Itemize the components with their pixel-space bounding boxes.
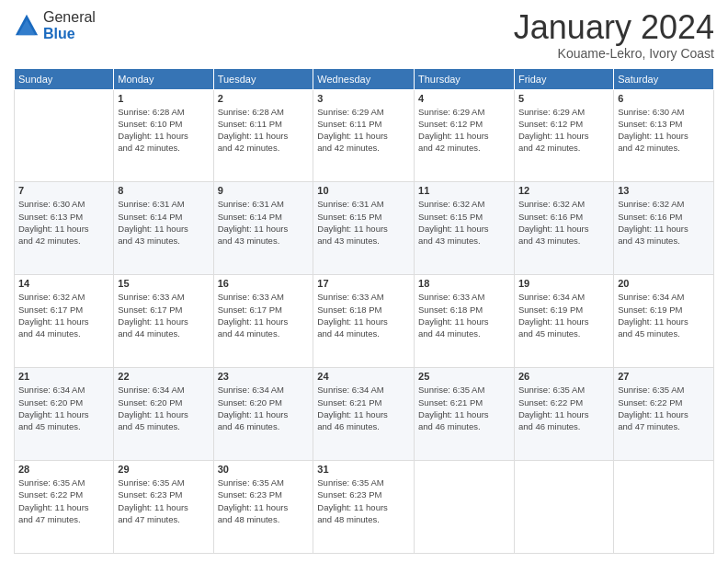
day-number: 9 — [218, 185, 310, 196]
day-number: 26 — [518, 371, 609, 382]
day-number: 25 — [418, 371, 510, 382]
calendar-week-4: 21Sunrise: 6:34 AMSunset: 6:20 PMDayligh… — [15, 368, 714, 461]
day-number: 18 — [418, 278, 510, 289]
calendar-cell: 10Sunrise: 6:31 AMSunset: 6:15 PMDayligh… — [313, 182, 415, 275]
logo-blue-text: Blue — [43, 26, 96, 42]
calendar-week-1: 1Sunrise: 6:28 AMSunset: 6:10 PMDaylight… — [15, 89, 714, 182]
day-info: Sunrise: 6:30 AMSunset: 6:13 PMDaylight:… — [18, 198, 109, 247]
day-info: Sunrise: 6:28 AMSunset: 6:10 PMDaylight:… — [118, 106, 209, 155]
calendar-table: Sunday Monday Tuesday Wednesday Thursday… — [14, 68, 714, 554]
day-number: 14 — [18, 278, 109, 289]
logo-icon — [14, 13, 40, 39]
day-info: Sunrise: 6:35 AMSunset: 6:22 PMDaylight:… — [618, 384, 710, 432]
header-wednesday: Wednesday — [313, 68, 415, 89]
calendar-cell: 18Sunrise: 6:33 AMSunset: 6:18 PMDayligh… — [415, 275, 515, 368]
day-info: Sunrise: 6:33 AMSunset: 6:17 PMDaylight:… — [218, 291, 310, 339]
day-number: 17 — [317, 278, 410, 289]
calendar-cell: 19Sunrise: 6:34 AMSunset: 6:19 PMDayligh… — [514, 275, 613, 368]
calendar-cell: 5Sunrise: 6:29 AMSunset: 6:12 PMDaylight… — [514, 89, 613, 182]
calendar-cell: 14Sunrise: 6:32 AMSunset: 6:17 PMDayligh… — [15, 275, 114, 368]
calendar-cell: 8Sunrise: 6:31 AMSunset: 6:14 PMDaylight… — [114, 182, 213, 275]
calendar-cell: 7Sunrise: 6:30 AMSunset: 6:13 PMDaylight… — [15, 182, 114, 275]
calendar-cell: 13Sunrise: 6:32 AMSunset: 6:16 PMDayligh… — [614, 182, 714, 275]
day-info: Sunrise: 6:35 AMSunset: 6:23 PMDaylight:… — [218, 477, 310, 525]
header-tuesday: Tuesday — [213, 68, 313, 89]
day-info: Sunrise: 6:33 AMSunset: 6:18 PMDaylight:… — [317, 291, 410, 339]
day-info: Sunrise: 6:34 AMSunset: 6:20 PMDaylight:… — [218, 384, 310, 432]
calendar-cell — [514, 461, 613, 554]
calendar-cell: 4Sunrise: 6:29 AMSunset: 6:12 PMDaylight… — [415, 89, 515, 182]
calendar-week-5: 28Sunrise: 6:35 AMSunset: 6:22 PMDayligh… — [15, 461, 714, 554]
calendar-cell: 21Sunrise: 6:34 AMSunset: 6:20 PMDayligh… — [15, 368, 114, 461]
day-number: 19 — [518, 278, 609, 289]
logo: General Blue — [14, 9, 96, 41]
day-info: Sunrise: 6:33 AMSunset: 6:18 PMDaylight:… — [418, 291, 510, 339]
calendar-cell: 15Sunrise: 6:33 AMSunset: 6:17 PMDayligh… — [114, 275, 213, 368]
calendar-cell: 20Sunrise: 6:34 AMSunset: 6:19 PMDayligh… — [614, 275, 714, 368]
day-number: 5 — [518, 93, 609, 104]
day-info: Sunrise: 6:29 AMSunset: 6:11 PMDaylight:… — [317, 106, 410, 155]
day-number: 8 — [118, 185, 209, 196]
day-info: Sunrise: 6:35 AMSunset: 6:23 PMDaylight:… — [317, 477, 410, 525]
header-friday: Friday — [514, 68, 613, 89]
calendar-cell: 23Sunrise: 6:34 AMSunset: 6:20 PMDayligh… — [213, 368, 313, 461]
day-number: 11 — [418, 185, 510, 196]
calendar-cell — [614, 461, 714, 554]
day-info: Sunrise: 6:35 AMSunset: 6:22 PMDaylight:… — [518, 384, 609, 432]
day-info: Sunrise: 6:33 AMSunset: 6:17 PMDaylight:… — [118, 291, 209, 339]
calendar-cell: 28Sunrise: 6:35 AMSunset: 6:22 PMDayligh… — [15, 461, 114, 554]
header-saturday: Saturday — [614, 68, 714, 89]
day-info: Sunrise: 6:34 AMSunset: 6:20 PMDaylight:… — [118, 384, 209, 432]
day-number: 23 — [218, 371, 310, 382]
calendar-cell: 6Sunrise: 6:30 AMSunset: 6:13 PMDaylight… — [614, 89, 714, 182]
day-number: 22 — [118, 371, 209, 382]
calendar-cell — [415, 461, 515, 554]
calendar-week-2: 7Sunrise: 6:30 AMSunset: 6:13 PMDaylight… — [15, 182, 714, 275]
day-number: 15 — [118, 278, 209, 289]
day-info: Sunrise: 6:32 AMSunset: 6:17 PMDaylight:… — [18, 291, 109, 339]
day-number: 16 — [218, 278, 310, 289]
day-info: Sunrise: 6:31 AMSunset: 6:15 PMDaylight:… — [317, 198, 410, 247]
location-subtitle: Kouame-Lekro, Ivory Coast — [514, 46, 714, 61]
calendar-cell: 3Sunrise: 6:29 AMSunset: 6:11 PMDaylight… — [313, 89, 415, 182]
day-info: Sunrise: 6:34 AMSunset: 6:19 PMDaylight:… — [618, 291, 710, 339]
day-number: 20 — [618, 278, 710, 289]
day-info: Sunrise: 6:31 AMSunset: 6:14 PMDaylight:… — [118, 198, 209, 247]
calendar-cell: 11Sunrise: 6:32 AMSunset: 6:15 PMDayligh… — [415, 182, 515, 275]
day-number: 28 — [18, 464, 109, 475]
calendar-cell: 25Sunrise: 6:35 AMSunset: 6:21 PMDayligh… — [415, 368, 515, 461]
day-number: 2 — [218, 93, 310, 104]
calendar-cell: 9Sunrise: 6:31 AMSunset: 6:14 PMDaylight… — [213, 182, 313, 275]
calendar-week-3: 14Sunrise: 6:32 AMSunset: 6:17 PMDayligh… — [15, 275, 714, 368]
month-title: January 2024 — [514, 9, 714, 46]
day-number: 31 — [317, 464, 410, 475]
day-number: 13 — [618, 185, 710, 196]
calendar-cell: 29Sunrise: 6:35 AMSunset: 6:23 PMDayligh… — [114, 461, 213, 554]
day-number: 10 — [317, 185, 410, 196]
day-number: 4 — [418, 93, 510, 104]
day-number: 12 — [518, 185, 609, 196]
header: General Blue January 2024 Kouame-Lekro, … — [14, 9, 714, 61]
day-info: Sunrise: 6:35 AMSunset: 6:23 PMDaylight:… — [118, 477, 209, 525]
day-info: Sunrise: 6:34 AMSunset: 6:20 PMDaylight:… — [18, 384, 109, 432]
calendar-cell: 12Sunrise: 6:32 AMSunset: 6:16 PMDayligh… — [514, 182, 613, 275]
day-number: 7 — [18, 185, 109, 196]
calendar-cell: 17Sunrise: 6:33 AMSunset: 6:18 PMDayligh… — [313, 275, 415, 368]
day-info: Sunrise: 6:29 AMSunset: 6:12 PMDaylight:… — [518, 106, 609, 155]
day-number: 3 — [317, 93, 410, 104]
day-number: 21 — [18, 371, 109, 382]
day-number: 27 — [618, 371, 710, 382]
day-info: Sunrise: 6:35 AMSunset: 6:21 PMDaylight:… — [418, 384, 510, 432]
header-monday: Monday — [114, 68, 213, 89]
calendar-cell: 31Sunrise: 6:35 AMSunset: 6:23 PMDayligh… — [313, 461, 415, 554]
day-info: Sunrise: 6:28 AMSunset: 6:11 PMDaylight:… — [218, 106, 310, 155]
logo-general-text: General — [43, 9, 96, 26]
header-thursday: Thursday — [415, 68, 515, 89]
day-number: 6 — [618, 93, 710, 104]
calendar-cell: 16Sunrise: 6:33 AMSunset: 6:17 PMDayligh… — [213, 275, 313, 368]
day-info: Sunrise: 6:34 AMSunset: 6:21 PMDaylight:… — [317, 384, 410, 432]
calendar-cell: 1Sunrise: 6:28 AMSunset: 6:10 PMDaylight… — [114, 89, 213, 182]
day-info: Sunrise: 6:32 AMSunset: 6:16 PMDaylight:… — [518, 198, 609, 247]
day-info: Sunrise: 6:35 AMSunset: 6:22 PMDaylight:… — [18, 477, 109, 525]
day-info: Sunrise: 6:31 AMSunset: 6:14 PMDaylight:… — [218, 198, 310, 247]
